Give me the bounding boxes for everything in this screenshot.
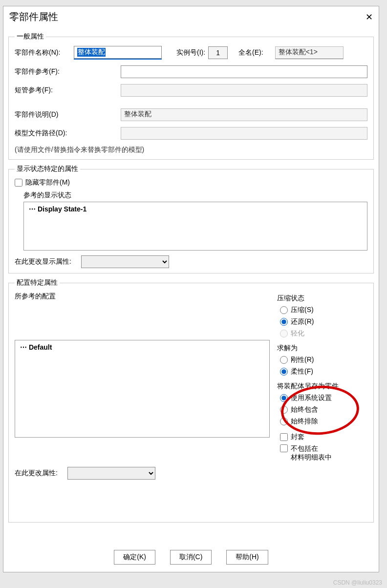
- flex-label: 柔性(F): [291, 367, 313, 376]
- fullname-value: 整体装配<1>: [275, 46, 344, 59]
- path-label: 模型文件路径(D):: [15, 129, 78, 138]
- exclude-bom-checkbox[interactable]: [280, 444, 288, 452]
- ref-config-label: 所参考的配置: [15, 292, 270, 301]
- desc-value: 整体装配: [121, 108, 367, 121]
- config-tree[interactable]: ⋯ Default: [15, 340, 270, 438]
- dialog-title: 零部件属性: [9, 10, 58, 23]
- component-ref-label: 零部件参考(F):: [15, 67, 71, 76]
- change-attr-select[interactable]: [67, 467, 155, 480]
- solve-legend: 求解为: [277, 344, 367, 353]
- change-display-select[interactable]: [81, 255, 169, 268]
- fullname-label: 全名(E):: [238, 48, 263, 57]
- replace-hint: (请使用文件/替换指令来替换零部件的模型): [15, 146, 367, 154]
- short-ref-value: [121, 84, 367, 97]
- rigid-label: 刚性(R): [291, 356, 314, 364]
- rigid-radio-row[interactable]: 刚性(R): [280, 356, 367, 364]
- hide-component-checkbox[interactable]: [15, 179, 22, 187]
- compress-label: 压缩(S): [291, 306, 314, 315]
- help-button[interactable]: 帮助(H): [226, 550, 268, 565]
- cancel-button[interactable]: 取消(C): [170, 550, 212, 565]
- cover-label: 封套: [291, 433, 304, 441]
- display-state-item[interactable]: ⋯ Display State-1: [29, 205, 86, 213]
- system-setting-radio[interactable]: [280, 394, 288, 402]
- display-state-tree[interactable]: ⋯ Display State-1: [23, 202, 367, 251]
- desc-label: 零部件说明(D): [15, 110, 71, 119]
- instance-label: 实例号(I):: [176, 48, 205, 57]
- watermark: CSDN @liuliu0323: [333, 579, 382, 586]
- close-icon[interactable]: ✕: [366, 13, 373, 21]
- light-label: 轻化: [291, 329, 304, 338]
- hide-component-label: 隐藏零部件(M): [25, 178, 70, 187]
- exclude-radio-row[interactable]: 始终排除: [280, 417, 367, 426]
- compress-radio[interactable]: [280, 306, 288, 314]
- cover-checkbox[interactable]: [280, 433, 288, 441]
- always-exclude-radio[interactable]: [280, 418, 288, 425]
- flex-radio[interactable]: [280, 368, 288, 376]
- system-radio-row[interactable]: 使用系统设置: [280, 394, 367, 402]
- compress-radio-row[interactable]: 压缩(S): [280, 306, 367, 315]
- light-radio: [280, 330, 288, 337]
- general-legend: 一般属性: [15, 32, 46, 41]
- component-name-input[interactable]: 整体装配: [74, 46, 162, 59]
- change-display-label: 在此更改显示属性:: [15, 257, 71, 266]
- dialog-footer: 确定(K) 取消(C) 帮助(H): [3, 545, 379, 572]
- always-exclude-label: 始终排除: [291, 417, 318, 426]
- change-attr-label: 在此更改属性:: [15, 469, 58, 478]
- config-default-item[interactable]: ⋯ Default: [20, 343, 52, 351]
- restore-label: 还原(R): [291, 317, 314, 326]
- restore-radio[interactable]: [280, 318, 288, 326]
- cover-check-row[interactable]: 封套: [280, 433, 367, 441]
- display-state-group: 显示状态特定的属性 隐藏零部件(M) 参考的显示状态 ⋯ Display Sta…: [8, 165, 374, 273]
- always-include-radio[interactable]: [280, 406, 288, 414]
- always-include-label: 始终包含: [291, 405, 318, 414]
- exclude-bom-row[interactable]: 不包括在 材料明细表中: [280, 444, 367, 462]
- saveas-legend: 将装配体另存为零件: [277, 382, 367, 391]
- dialog-content: 一般属性 零部件名称(N): 整体装配 实例号(I): 全名(E): 整体装配<…: [3, 27, 379, 545]
- light-radio-row: 轻化: [280, 329, 367, 338]
- short-ref-label: 短管参考(F):: [15, 86, 71, 95]
- path-value: [121, 127, 367, 140]
- titlebar: 零部件属性 ✕: [3, 6, 379, 27]
- name-label: 零部件名称(N):: [15, 48, 71, 57]
- rigid-radio[interactable]: [280, 356, 288, 364]
- restore-radio-row[interactable]: 还原(R): [280, 317, 367, 326]
- ref-display-states-label: 参考的显示状态: [23, 191, 367, 200]
- ok-button[interactable]: 确定(K): [114, 550, 155, 565]
- component-ref-input[interactable]: [121, 65, 367, 78]
- include-radio-row[interactable]: 始终包含: [280, 405, 367, 414]
- flex-radio-row[interactable]: 柔性(F): [280, 367, 367, 376]
- instance-number-input[interactable]: [208, 46, 228, 59]
- display-legend: 显示状态特定的属性: [15, 165, 80, 173]
- exclude-bom-label: 不包括在 材料明细表中: [291, 444, 332, 462]
- component-properties-dialog: 零部件属性 ✕ 一般属性 零部件名称(N): 整体装配 实例号(I): 全名(E…: [3, 6, 379, 572]
- system-setting-label: 使用系统设置: [291, 394, 332, 402]
- config-legend: 配置特定属性: [15, 278, 60, 287]
- config-properties-group: 配置特定属性 所参考的配置 ⋯ Default 在此更改属性: 压缩状态: [8, 278, 374, 523]
- compress-legend: 压缩状态: [277, 294, 367, 303]
- general-properties-group: 一般属性 零部件名称(N): 整体装配 实例号(I): 全名(E): 整体装配<…: [8, 32, 374, 160]
